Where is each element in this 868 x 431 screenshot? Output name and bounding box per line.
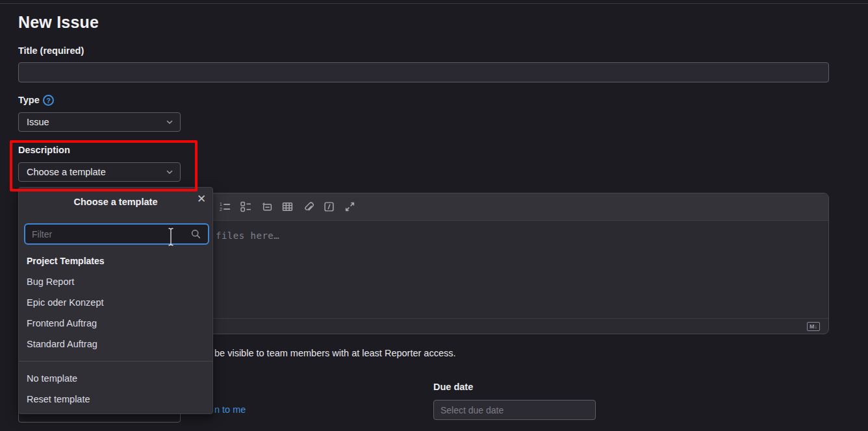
due-date-input[interactable] [433,400,596,420]
template-select-button[interactable]: Choose a template [18,162,181,182]
quick-action-icon[interactable] [323,201,335,213]
template-item-standard-auftrag[interactable]: Standard Auftrag [19,339,212,350]
collapsible-section-icon[interactable] [261,201,272,213]
confidential-hint-text: be visible to team members with at least… [214,348,456,358]
markdown-icon[interactable]: M↓ [807,322,820,331]
chevron-down-icon [166,168,173,176]
type-select-value: Issue [27,117,49,127]
task-list-icon[interactable] [240,201,251,213]
svg-text:1: 1 [220,202,222,206]
filter-field [24,223,209,245]
close-icon[interactable]: ✕ [196,192,207,206]
top-divider [0,3,868,4]
template-select-value: Choose a template [27,167,106,177]
no-template-item[interactable]: No template [19,373,212,384]
chevron-down-icon [166,118,173,126]
type-select[interactable]: Issue [18,112,181,132]
due-date-label: Due date [433,382,473,392]
ordered-list-icon[interactable]: 1 2 [219,201,231,213]
template-item-frontend-auftrag[interactable]: Frontend Auftrag [19,318,212,329]
dropdown-separator [19,361,212,362]
attachment-icon[interactable] [302,201,314,213]
assign-to-me-link[interactable]: n to me [214,404,246,415]
template-item-epic-oder-konzept[interactable]: Epic oder Konzept [19,297,212,308]
type-label: Type [18,95,40,105]
description-label: Description [18,145,70,155]
template-dropdown-panel: Choose a template ✕ Project Templates Bu… [18,187,213,414]
title-label: Title (required) [18,45,84,56]
title-input[interactable] [18,62,829,82]
page-title: New Issue [18,13,99,32]
filter-input[interactable] [25,229,188,240]
full-screen-icon[interactable] [344,201,355,213]
reset-template-item[interactable]: Reset template [19,394,212,405]
editor-placeholder: files here… [216,230,279,241]
table-icon[interactable] [281,201,293,213]
new-issue-page: New Issue Title (required) Type ? Issue … [0,0,868,431]
search-icon [190,228,201,240]
template-group-label: Project Templates [27,256,105,266]
help-icon[interactable]: ? [43,95,54,106]
dropdown-title: Choose a template [19,197,212,207]
help-glyph: ? [46,97,51,105]
svg-text:2: 2 [220,207,222,212]
template-item-bug-report[interactable]: Bug Report [19,277,212,288]
